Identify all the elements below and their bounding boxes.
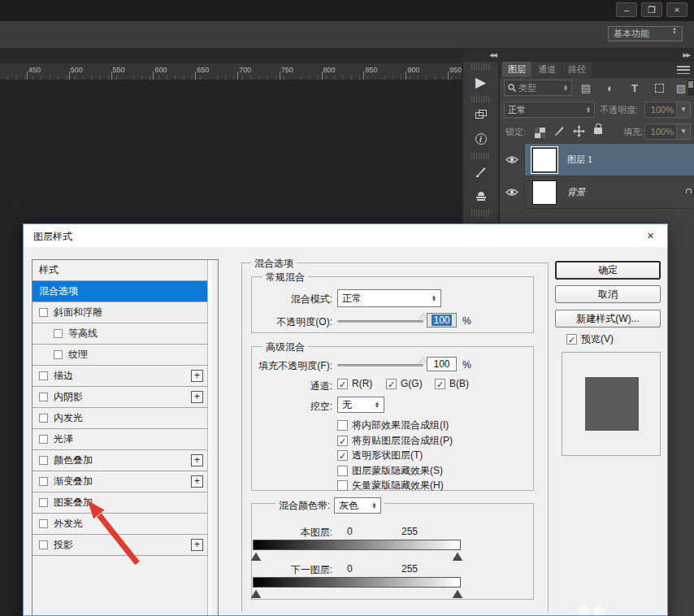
restore-button[interactable]: ❐: [641, 2, 662, 17]
add-effect-plus-button[interactable]: +: [191, 454, 203, 466]
workspace-switcher[interactable]: 基本功能 ▲▼: [608, 26, 683, 41]
tab-panel[interactable]: 通道: [532, 62, 562, 77]
fill-opacity-slider[interactable]: [337, 364, 423, 367]
dock-grip[interactable]: [471, 210, 490, 216]
style-list-item[interactable]: 渐变叠加+: [33, 471, 208, 492]
collapse-right-icon[interactable]: ▶▶: [683, 52, 690, 59]
layer-row[interactable]: 背景: [500, 176, 694, 209]
filter-type-layers-icon[interactable]: T: [626, 80, 644, 97]
style-item-checkbox[interactable]: [39, 308, 48, 317]
style-list-item[interactable]: 描边+: [33, 366, 208, 387]
blend-if-mode-dropdown[interactable]: 灰色 ▲▼: [334, 497, 381, 514]
style-item-checkbox[interactable]: [54, 329, 63, 338]
eye-icon[interactable]: [505, 155, 518, 164]
filter-shape-layers-icon[interactable]: [650, 80, 668, 97]
new-style-button[interactable]: 新建样式(W)...: [555, 310, 661, 328]
filter-toggle-switch[interactable]: [687, 80, 694, 96]
info-panel-button[interactable]: i: [463, 127, 498, 151]
collapse-left-icon[interactable]: ◀◀: [489, 52, 497, 59]
opacity-slider[interactable]: [337, 320, 423, 323]
style-item-checkbox[interactable]: [39, 540, 48, 549]
visibility-cell[interactable]: [500, 144, 525, 176]
opacity-input[interactable]: 100: [427, 313, 457, 328]
style-list-item[interactable]: 内阴影+: [33, 387, 208, 408]
dialog-checkbox[interactable]: 矢量蒙版隐藏效果(H): [337, 479, 444, 492]
dialog-checkbox[interactable]: ✓B(B): [435, 378, 469, 389]
underlying-layer-black-slider[interactable]: [251, 590, 261, 598]
layer-name[interactable]: 图层 1: [567, 154, 592, 166]
dialog-checkbox[interactable]: 图层蒙版隐藏效果(S): [337, 464, 443, 478]
opacity-dropdown-arrow-icon[interactable]: ▼: [676, 102, 691, 118]
style-item-checkbox[interactable]: [39, 519, 48, 528]
filter-adjustment-layers-icon[interactable]: ◐: [601, 80, 619, 97]
style-item-checkbox[interactable]: [39, 498, 48, 507]
layer-thumbnail[interactable]: [532, 148, 557, 172]
underlying-layer-white-slider[interactable]: [453, 590, 462, 598]
style-item-checkbox[interactable]: [39, 435, 48, 444]
underlying-layer-gradient-bar[interactable]: [253, 577, 461, 588]
style-list-item[interactable]: 光泽: [33, 429, 208, 450]
style-item-checkbox[interactable]: [39, 477, 48, 486]
knockout-dropdown[interactable]: 无 ▲▼: [337, 397, 384, 413]
actions-panel-button[interactable]: ▶: [463, 70, 498, 94]
add-effect-plus-button[interactable]: +: [191, 539, 203, 551]
style-list-item[interactable]: 纹理: [33, 345, 208, 366]
style-item-checkbox[interactable]: [39, 371, 48, 380]
style-item-checkbox[interactable]: [54, 350, 63, 359]
style-list-item[interactable]: 等高线: [33, 323, 208, 345]
dock-grip[interactable]: [471, 96, 490, 102]
fill-value[interactable]: 100%: [644, 124, 677, 140]
close-button[interactable]: ×: [666, 2, 687, 17]
lock-position-move-icon[interactable]: [570, 125, 588, 141]
clone-source-panel-button[interactable]: [463, 184, 498, 208]
tab-panel[interactable]: 路径: [562, 62, 592, 77]
filter-pixel-layers-icon[interactable]: ▤: [577, 80, 595, 97]
layer-name[interactable]: 背景: [567, 186, 585, 198]
lock-transparent-pixels-icon[interactable]: [531, 125, 549, 141]
blend-mode-row: 正常 ▲▼ 不透明度: 100% ▼: [500, 101, 694, 120]
minimize-button[interactable]: –: [616, 2, 637, 17]
panel-menu-icon[interactable]: [677, 66, 690, 74]
layer-comps-panel-button[interactable]: [463, 102, 498, 127]
brushes-panel-button[interactable]: [463, 159, 498, 184]
opacity-value[interactable]: 100%: [644, 102, 677, 118]
layer-blend-mode-dropdown[interactable]: 正常 ▲▼: [504, 102, 595, 118]
style-list-item[interactable]: 颜色叠加+: [33, 450, 208, 471]
fill-opacity-input[interactable]: 100: [427, 357, 457, 371]
ok-button[interactable]: 确定: [555, 261, 661, 280]
style-item-checkbox[interactable]: [39, 456, 48, 465]
eye-icon[interactable]: [505, 188, 518, 197]
dialog-close-icon[interactable]: ×: [647, 228, 654, 242]
filter-type-dropdown[interactable]: 类型 ▲▼: [504, 80, 572, 96]
style-item-checkbox[interactable]: [39, 393, 48, 401]
dock-grip[interactable]: [471, 63, 490, 70]
layer-row[interactable]: 图层 1: [500, 144, 694, 176]
dialog-checkbox[interactable]: ✓透明形状图层(T): [337, 449, 423, 462]
blend-mode-dropdown[interactable]: 正常 ▲▼: [337, 289, 441, 307]
lock-image-pixels-brush-icon[interactable]: [550, 125, 568, 141]
cancel-button[interactable]: 取消: [555, 285, 661, 303]
dialog-checkbox[interactable]: ✓G(G): [386, 378, 423, 389]
visibility-cell[interactable]: [500, 176, 525, 209]
style-list-scrollbar[interactable]: [207, 260, 218, 616]
dialog-titlebar[interactable]: 图层样式 ×: [24, 224, 667, 247]
style-list-item[interactable]: 内发光: [33, 408, 208, 429]
dialog-checkbox[interactable]: 将内部效果混合成组(I): [337, 419, 449, 432]
this-layer-gradient-bar[interactable]: [253, 540, 461, 550]
style-list-item[interactable]: 混合选项: [33, 281, 208, 302]
this-layer-white-slider[interactable]: [453, 553, 462, 561]
layer-thumbnail[interactable]: [532, 180, 557, 205]
this-layer-black-slider[interactable]: [251, 553, 261, 561]
fill-dropdown-arrow-icon[interactable]: ▼: [676, 124, 691, 140]
tab-active-panel[interactable]: 图层: [502, 62, 531, 77]
lock-all-icon[interactable]: [589, 123, 607, 139]
add-effect-plus-button[interactable]: +: [191, 391, 203, 403]
style-list-item[interactable]: 斜面和浮雕: [33, 302, 208, 323]
dialog-checkbox[interactable]: ✓R(R): [337, 378, 372, 389]
style-item-checkbox[interactable]: [39, 414, 48, 423]
preview-checkbox[interactable]: ✓ 预览(V): [566, 332, 614, 346]
add-effect-plus-button[interactable]: +: [191, 475, 203, 488]
dock-grip[interactable]: [471, 153, 490, 159]
dialog-checkbox[interactable]: ✓将剪贴图层混合成组(P): [337, 434, 453, 448]
add-effect-plus-button[interactable]: +: [191, 370, 203, 382]
